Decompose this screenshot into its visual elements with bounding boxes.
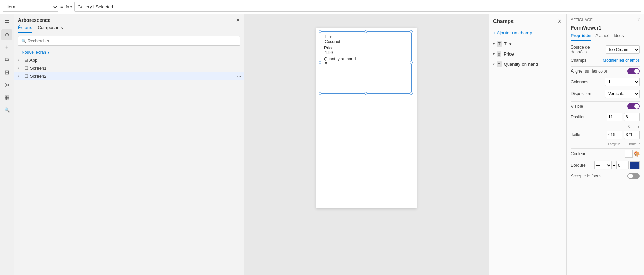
border-color-swatch[interactable] <box>630 161 640 169</box>
chevron-down-icon: ▾ <box>70 5 72 9</box>
champs-field-qty[interactable]: ▾ ≡ Quantity on hand <box>489 59 566 69</box>
couleur-label: Couleur <box>571 151 585 156</box>
tab-avance[interactable]: Avancé <box>595 33 609 41</box>
border-controls: — ▾ <box>594 161 640 169</box>
tree-header: Arborescence ✕ <box>14 14 244 25</box>
tree-item-screen1[interactable]: › ☐ Screen1 <box>14 64 244 72</box>
accepte-focus-toggle[interactable] <box>627 173 640 179</box>
handle-bl <box>319 92 321 95</box>
chevron-right-icon: › <box>18 74 23 78</box>
x-label: X <box>628 125 630 128</box>
tree-item-app[interactable]: › ⊞ App <box>14 56 244 64</box>
position-label: Position <box>571 115 586 119</box>
disposition-select[interactable]: Verticale <box>605 90 640 98</box>
form-titre-group: Titre Coconut <box>324 34 407 44</box>
champs-title: Champs <box>493 18 514 24</box>
taille-label: Taille <box>571 132 580 137</box>
app-icon: ⊞ <box>24 58 28 63</box>
props-champs-row: Champs Modifier les champs <box>571 58 640 63</box>
form-price-label: Price <box>324 45 407 50</box>
border-style-chevron: ▾ <box>613 164 615 167</box>
form-widget[interactable]: Titre Coconut Price 1.99 Quantity on han… <box>320 31 412 94</box>
form-price-group: Price 1.99 <box>324 45 407 55</box>
chart-icon[interactable]: ▦ <box>1 92 12 103</box>
add-icon[interactable]: + <box>1 42 12 53</box>
chevron-down-icon: ▾ <box>493 52 495 56</box>
champs-prop-label: Champs <box>571 58 586 63</box>
tab-ecrans[interactable]: Écrans <box>18 25 32 33</box>
champs-field-price[interactable]: ▾ # Price <box>489 49 566 59</box>
pos-x-input[interactable] <box>607 113 622 121</box>
largeur-label: Largeur <box>608 142 620 146</box>
add-champ-button[interactable]: + Ajouter un champ <box>489 28 536 38</box>
formula-bar[interactable] <box>74 2 641 12</box>
champs-price-label: Price <box>503 51 514 57</box>
champs-more-icon[interactable]: ⋯ <box>552 30 562 36</box>
handle-tl <box>319 30 321 33</box>
champs-header: Champs ✕ <box>489 14 566 27</box>
taille-xy-labels: Largeur Hauteur <box>571 142 640 146</box>
tree-item-screen2[interactable]: › ☐ Screen2 ⋯ <box>14 72 244 80</box>
search-icon[interactable]: 🔍 <box>1 104 12 115</box>
tree-close-icon[interactable]: ✕ <box>236 17 240 23</box>
layers-icon[interactable]: ⧉ <box>1 54 12 65</box>
tree-items: › ⊞ App › ☐ Screen1 › ☐ Screen2 ⋯ <box>14 56 244 275</box>
props-tabs: Propriétés Avancé Idées <box>567 33 644 41</box>
data-icon[interactable]: ⊞ <box>1 67 12 78</box>
equals-symbol: = <box>60 4 63 10</box>
props-colonnes-row: Colonnes 1 <box>571 78 640 86</box>
tab-proprietes[interactable]: Propriétés <box>571 33 591 41</box>
search-input[interactable] <box>28 39 237 43</box>
tab-idees[interactable]: Idées <box>613 33 624 41</box>
source-select[interactable]: Ice Cream <box>606 45 640 54</box>
modifier-champs-link[interactable]: Modifier les champs <box>603 58 640 63</box>
more-options-icon[interactable]: ⋯ <box>237 74 242 79</box>
tree-search-box[interactable]: 🔍 <box>18 36 240 46</box>
visible-toggle[interactable] <box>627 103 640 109</box>
tree-title: Arborescence <box>18 17 50 23</box>
couleur-swatch[interactable] <box>625 150 633 158</box>
hamburger-icon[interactable]: ☰ <box>1 17 12 28</box>
tree-panel: Arborescence ✕ Écrans Composants 🔍 + Nou… <box>14 14 244 275</box>
tree-tabs: Écrans Composants <box>14 25 244 33</box>
settings-icon[interactable]: ⚙ <box>1 29 12 40</box>
pos-y-input[interactable] <box>624 113 640 121</box>
y-label: Y <box>637 125 640 128</box>
colonnes-select[interactable]: 1 <box>605 78 640 86</box>
divider <box>571 66 640 67</box>
item-select[interactable]: item <box>3 2 58 12</box>
handle-tr <box>410 30 413 33</box>
couleur-picker-icon[interactable]: 🎨 <box>634 151 640 157</box>
chevron-right-icon: › <box>18 58 23 62</box>
help-icon[interactable]: ? <box>637 17 640 22</box>
champs-field-titre[interactable]: ▾ T Titre <box>489 39 566 49</box>
position-inputs <box>607 113 640 121</box>
border-style-select[interactable]: — <box>594 161 612 169</box>
variable-icon[interactable]: (x) <box>1 79 12 90</box>
props-couleur-row: Couleur 🎨 <box>571 150 640 158</box>
props-accepte-row: Accepte le focus <box>571 173 640 179</box>
new-screen-button[interactable]: + Nouvel écran ▾ <box>18 50 49 55</box>
props-disposition-row: Disposition Verticale <box>571 90 640 98</box>
screen-icon: ☐ <box>24 74 28 79</box>
chevron-down-icon: ▾ <box>493 42 495 46</box>
icon-rail: ☰ ⚙ + ⧉ ⊞ (x) ▦ 🔍 <box>0 14 14 275</box>
tab-composants[interactable]: Composants <box>37 25 63 33</box>
canvas-area: Titre Coconut Price 1.99 Quantity on han… <box>244 14 489 275</box>
tree-actions: + Nouvel écran ▾ <box>14 49 244 56</box>
champs-close-icon[interactable]: ✕ <box>558 18 562 24</box>
taille-inputs <box>607 131 640 139</box>
taille-h-input[interactable] <box>624 131 640 139</box>
colonnes-label: Colonnes <box>571 80 588 84</box>
taille-w-input[interactable] <box>607 131 622 139</box>
props-aligner-row: Aligner sur les colon... <box>571 68 640 74</box>
handle-br <box>410 92 413 95</box>
aligner-toggle[interactable] <box>627 68 640 74</box>
accepte-focus-label: Accepte le focus <box>571 174 601 178</box>
border-width-input[interactable] <box>616 161 629 169</box>
props-header: AFFICHAGE ? <box>567 14 644 24</box>
qty-field-icon: ≡ <box>497 61 502 67</box>
chevron-down-icon: ▾ <box>493 62 495 66</box>
handle-mr <box>410 61 413 64</box>
form-qty-group: Quantity on hand 5 <box>324 57 407 66</box>
